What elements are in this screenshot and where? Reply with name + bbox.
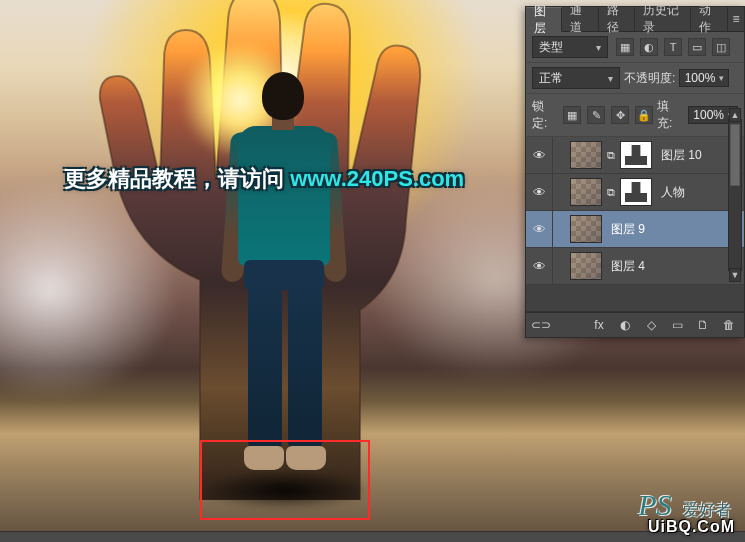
footer-icon-1[interactable]: fx [590, 317, 608, 333]
promo-prefix: 更多精品教程，请访问 [64, 166, 284, 191]
layer-name[interactable]: 图层 4 [611, 258, 738, 275]
layer-row[interactable]: 👁⧉图层 10 [526, 137, 744, 174]
scroll-up-icon[interactable]: ▲ [729, 108, 741, 122]
blend-row: 正常 ▾ 不透明度: 100% ▾ [526, 63, 744, 94]
lock-label: 锁定: [532, 98, 559, 132]
canvas-stage: 更多精品教程，请访问 www.240PS.com PS 爱好者 UiBQ.CoM… [0, 0, 745, 542]
layers-panel: 图层通道路径历史记录动作≡ 类型 ▾ ▦◐T▭◫ 正常 ▾ 不透明度: 100%… [525, 6, 745, 338]
layer-thumbnail[interactable] [570, 141, 602, 169]
tab-3[interactable]: 历史记录 [635, 7, 691, 31]
promo-link: www.240PS.com [290, 166, 464, 191]
visibility-toggle-icon[interactable]: 👁 [526, 248, 553, 284]
lock-icon-3[interactable]: 🔒 [635, 106, 653, 124]
layer-thumbnail[interactable] [570, 252, 602, 280]
filter-type-icons: ▦◐T▭◫ [616, 38, 730, 56]
lock-icon-1[interactable]: ✎ [587, 106, 605, 124]
blend-mode-select[interactable]: 正常 ▾ [532, 67, 620, 89]
footer-icon-4[interactable]: ▭ [668, 317, 686, 333]
layer-row[interactable]: 👁图层 4 [526, 248, 744, 285]
mask-thumbnail[interactable] [620, 178, 652, 206]
filter-kind-label: 类型 [539, 39, 563, 56]
chevron-down-icon: ▾ [719, 73, 724, 83]
layer-row[interactable]: 👁⧉人物 [526, 174, 744, 211]
tab-4[interactable]: 动作 [691, 7, 727, 31]
watermark-ps-main: PS [638, 488, 671, 521]
footer-icon-6[interactable]: 🗑 [720, 317, 738, 333]
footer-icon-3[interactable]: ◇ [642, 317, 660, 333]
lock-row: 锁定: ▦✎✥🔒 填充: 100% ▾ [526, 94, 744, 137]
lock-icons: ▦✎✥🔒 [563, 106, 653, 124]
panel-menu-icon[interactable]: ≡ [728, 7, 744, 31]
lock-icon-0[interactable]: ▦ [563, 106, 581, 124]
layers-scrollbar[interactable]: ▲ ▼ [728, 119, 742, 271]
link-icon[interactable]: ⧉ [605, 186, 617, 199]
app-bottom-bar [0, 531, 745, 542]
watermark-ps: PS 爱好者 [638, 488, 731, 522]
filter-icon-3[interactable]: ▭ [688, 38, 706, 56]
layer-thumbnail[interactable] [570, 178, 602, 206]
link-icon[interactable]: ⧉ [605, 149, 617, 162]
mask-thumbnail[interactable] [620, 141, 652, 169]
filter-kind-select[interactable]: 类型 ▾ [532, 36, 608, 58]
lock-icon-2[interactable]: ✥ [611, 106, 629, 124]
layer-name[interactable]: 人物 [661, 184, 738, 201]
footer-icon-5[interactable]: 🗋 [694, 317, 712, 333]
watermark-uibq: UiBQ.CoM [648, 518, 735, 536]
footer-spacer [558, 317, 582, 333]
chevron-down-icon: ▾ [596, 42, 601, 53]
filter-icon-0[interactable]: ▦ [616, 38, 634, 56]
scroll-thumb[interactable] [730, 124, 740, 186]
opacity-value: 100% [685, 71, 716, 85]
promo-text: 更多精品教程，请访问 www.240PS.com [64, 164, 464, 194]
layer-name[interactable]: 图层 10 [661, 147, 738, 164]
scroll-down-icon[interactable]: ▼ [729, 268, 741, 282]
layer-thumbnail[interactable] [570, 215, 602, 243]
layer-name[interactable]: 图层 9 [611, 221, 738, 238]
layers-list: 👁⧉图层 10👁⧉人物👁图层 9👁图层 4 [526, 137, 744, 285]
tab-1[interactable]: 通道 [562, 7, 598, 31]
filter-row: 类型 ▾ ▦◐T▭◫ [526, 32, 744, 63]
opacity-field[interactable]: 100% ▾ [679, 69, 729, 87]
tab-2[interactable]: 路径 [599, 7, 635, 31]
watermark-ps-sub: 爱好者 [683, 501, 731, 518]
panel-tabs: 图层通道路径历史记录动作≡ [526, 7, 744, 32]
visibility-toggle-icon[interactable]: 👁 [526, 211, 553, 247]
footer-icon-0[interactable]: ⊂⊃ [532, 317, 550, 333]
opacity-label: 不透明度: [624, 70, 675, 87]
filter-icon-1[interactable]: ◐ [640, 38, 658, 56]
filter-icon-2[interactable]: T [664, 38, 682, 56]
layer-row[interactable]: 👁图层 9 [526, 211, 744, 248]
tab-0[interactable]: 图层 [526, 7, 562, 32]
panel-footer: ⊂⊃fx◐◇▭🗋🗑 [526, 312, 744, 337]
fill-label: 填充: [657, 98, 684, 132]
fill-value: 100% [693, 108, 724, 122]
visibility-toggle-icon[interactable]: 👁 [526, 137, 553, 173]
person-figure [210, 72, 350, 492]
filter-icon-4[interactable]: ◫ [712, 38, 730, 56]
footer-icon-2[interactable]: ◐ [616, 317, 634, 333]
blend-mode-value: 正常 [539, 70, 563, 87]
layers-empty-area [526, 285, 744, 312]
annotation-red-box [200, 440, 370, 520]
visibility-toggle-icon[interactable]: 👁 [526, 174, 553, 210]
chevron-down-icon: ▾ [608, 73, 613, 84]
